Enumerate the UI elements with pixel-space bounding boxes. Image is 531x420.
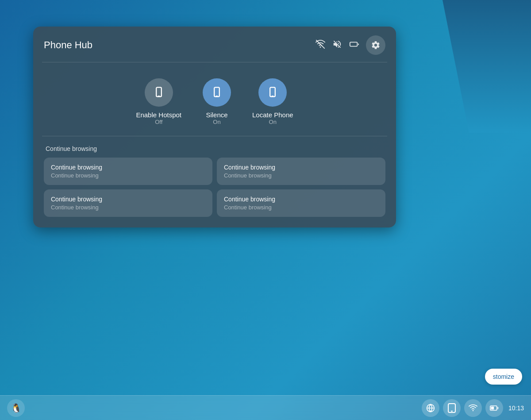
hotspot-circle [145, 78, 173, 107]
header-icons [316, 35, 385, 55]
browsing-card-2[interactable]: Continue browsing Continue browsing [217, 158, 385, 185]
locate-circle [258, 78, 287, 107]
hotspot-action[interactable]: Enable Hotspot Off [136, 78, 181, 125]
browsing-card-4-subtitle: Continue browsing [224, 204, 378, 211]
continue-browsing-section: Continue browsing Continue browsing Cont… [44, 145, 385, 217]
wifi-taskbar-icon[interactable] [464, 399, 482, 417]
svg-point-13 [473, 410, 474, 411]
svg-rect-15 [491, 406, 494, 409]
browsing-card-1-title: Continue browsing [51, 164, 205, 171]
mute-icon[interactable] [332, 39, 342, 51]
panel-title: Phone Hub [44, 39, 316, 51]
browsing-card-4-title: Continue browsing [224, 196, 378, 203]
browsing-card-3[interactable]: Continue browsing Continue browsing [44, 189, 212, 217]
svg-rect-7 [216, 96, 218, 96]
svg-rect-6 [214, 87, 219, 96]
customize-button[interactable]: stomize [485, 369, 522, 385]
battery-taskbar-icon[interactable] [485, 399, 503, 417]
svg-rect-3 [358, 43, 359, 45]
locate-phone-action[interactable]: Locate Phone On [252, 78, 293, 125]
phone-hub-panel: Phone Hub [33, 27, 396, 227]
browsing-card-2-title: Continue browsing [224, 164, 378, 171]
silence-circle [203, 78, 231, 107]
taskbar-left: 🐧 [7, 399, 25, 417]
app-icon-symbol: 🐧 [11, 403, 22, 413]
browsing-card-2-subtitle: Continue browsing [224, 172, 378, 179]
phone-button[interactable] [443, 399, 461, 417]
svg-rect-16 [497, 407, 498, 409]
silence-label: Silence On [206, 111, 227, 125]
customize-label: stomize [493, 373, 514, 380]
taskbar-time: 10:13 [508, 405, 524, 412]
taskbar-app-icon[interactable]: 🐧 [7, 399, 25, 417]
browsing-grid: Continue browsing Continue browsing Cont… [44, 158, 385, 217]
svg-rect-5 [158, 96, 160, 96]
browsing-card-3-subtitle: Continue browsing [51, 204, 205, 211]
battery-icon[interactable] [349, 39, 359, 51]
section-title: Continue browsing [44, 145, 385, 152]
locate-label: Locate Phone On [252, 111, 293, 125]
taskbar-right: 10:13 [422, 399, 524, 417]
header-divider [42, 62, 387, 62]
panel-header: Phone Hub [44, 35, 385, 55]
browsing-card-1-subtitle: Continue browsing [51, 172, 205, 179]
taskbar: 🐧 10:13 [0, 395, 531, 420]
svg-rect-9 [272, 96, 274, 96]
actions-divider [42, 136, 387, 136]
globe-button[interactable] [422, 399, 439, 417]
browsing-card-3-title: Continue browsing [51, 196, 205, 203]
browsing-card-1[interactable]: Continue browsing Continue browsing [44, 158, 212, 185]
silence-action[interactable]: Silence On [203, 78, 231, 125]
browsing-card-4[interactable]: Continue browsing Continue browsing [217, 189, 385, 217]
svg-rect-2 [350, 42, 358, 46]
svg-rect-4 [156, 87, 162, 96]
svg-rect-8 [270, 87, 275, 96]
quick-actions: Enable Hotspot Off Silence On [44, 71, 385, 136]
wifi-icon[interactable] [316, 39, 325, 51]
settings-button[interactable] [366, 35, 385, 55]
hotspot-label: Enable Hotspot Off [136, 111, 181, 125]
